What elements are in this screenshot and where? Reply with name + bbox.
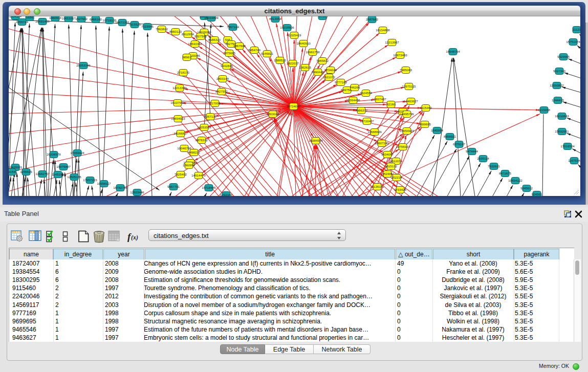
svg-text:7663822: 7663822: [156, 27, 168, 31]
svg-text:10973493: 10973493: [393, 53, 407, 57]
svg-text:2803024: 2803024: [267, 112, 279, 116]
svg-text:19654923: 19654923: [171, 117, 185, 120]
svg-text:10046798: 10046798: [177, 146, 191, 150]
svg-text:8958921: 8958921: [444, 135, 456, 138]
svg-text:2687682: 2687682: [366, 17, 379, 21]
svg-text:7357224: 7357224: [227, 25, 239, 29]
svg-text:1527602: 1527602: [75, 17, 88, 20]
svg-text:252214: 252214: [391, 176, 402, 179]
svg-text:11123: 11123: [573, 28, 580, 31]
svg-text:2867608: 2867608: [233, 44, 246, 48]
svg-text:1588520: 1588520: [274, 58, 287, 62]
svg-text:10654122: 10654122: [508, 179, 522, 182]
svg-text:1292344: 1292344: [220, 193, 233, 196]
svg-text:7955812: 7955812: [316, 59, 329, 62]
svg-text:10688609: 10688609: [367, 130, 382, 134]
svg-text:1884314: 1884314: [9, 16, 22, 18]
svg-text:8660123: 8660123: [169, 30, 182, 33]
svg-text:15692951: 15692951: [555, 129, 569, 133]
svg-text:7515525: 7515525: [128, 23, 141, 26]
svg-text:17359924: 17359924: [70, 151, 84, 155]
svg-text:3875685: 3875685: [223, 51, 236, 55]
svg-text:9634067: 9634067: [381, 152, 394, 156]
svg-text:8454749: 8454749: [248, 48, 261, 52]
svg-text:8427552: 8427552: [215, 90, 228, 93]
svg-text:12213389: 12213389: [172, 86, 187, 90]
svg-text:8990448: 8990448: [312, 70, 324, 74]
svg-text:16782759: 16782759: [113, 186, 127, 189]
svg-text:1822037: 1822037: [287, 61, 299, 65]
svg-text:1612074: 1612074: [390, 159, 403, 163]
svg-text:1244415: 1244415: [552, 98, 564, 102]
svg-text:16107553: 16107553: [170, 101, 185, 104]
svg-text:16154808: 16154808: [376, 28, 390, 32]
svg-text:1656: 1656: [26, 16, 33, 19]
svg-text:16033809: 16033809: [204, 16, 219, 19]
svg-text:17016504: 17016504: [560, 144, 575, 148]
svg-text:12505135: 12505135: [67, 175, 81, 179]
svg-text:16210643: 16210643: [555, 114, 569, 118]
svg-text:20364436: 20364436: [346, 98, 360, 102]
svg-text:8267130: 8267130: [204, 115, 217, 118]
svg-text:9115460: 9115460: [420, 106, 432, 110]
svg-text:8912954: 8912954: [182, 32, 194, 36]
svg-text:10719135: 10719135: [102, 18, 117, 22]
svg-text:9245612: 9245612: [520, 186, 533, 190]
svg-text:9657791: 9657791: [167, 185, 180, 188]
svg-text:16961758: 16961758: [306, 50, 320, 54]
svg-text:20053346: 20053346: [76, 63, 91, 67]
svg-text:8471675: 8471675: [499, 171, 512, 175]
svg-text:9327505: 9327505: [194, 34, 207, 38]
svg-text:4498222: 4498222: [188, 150, 201, 154]
svg-text:9734028: 9734028: [324, 68, 337, 72]
svg-text:18435001: 18435001: [9, 165, 23, 169]
svg-text:10653267: 10653267: [61, 16, 76, 20]
svg-text:9329965: 9329965: [557, 55, 570, 58]
svg-text:14914479: 14914479: [191, 173, 206, 177]
svg-text:1621072: 1621072: [323, 75, 336, 79]
svg-text:8878332: 8878332: [195, 138, 208, 142]
svg-text:14463627: 14463627: [404, 99, 418, 103]
svg-text:6466160: 6466160: [90, 17, 102, 21]
svg-text:18640910: 18640910: [296, 41, 311, 45]
svg-text:1615132: 1615132: [385, 164, 398, 168]
svg-text:15720407: 15720407: [360, 119, 374, 123]
svg-text:2718170: 2718170: [177, 71, 190, 74]
svg-text:8813054: 8813054: [269, 17, 282, 20]
svg-text:6379197: 6379197: [453, 142, 466, 146]
svg-text:1362615: 1362615: [299, 65, 312, 69]
svg-text:20691406: 20691406: [35, 19, 50, 23]
svg-text:9242845: 9242845: [221, 64, 233, 68]
svg-text:746266: 746266: [350, 85, 360, 89]
svg-text:1167534: 1167534: [568, 159, 580, 162]
svg-text:13654923: 13654923: [400, 129, 414, 133]
svg-text:1156829: 1156829: [20, 170, 32, 173]
svg-text:8712: 8712: [319, 16, 326, 18]
svg-text:16648764: 16648764: [446, 50, 460, 53]
svg-text:3215958: 3215958: [538, 108, 551, 112]
svg-text:12942757: 12942757: [35, 172, 50, 176]
svg-text:10807487: 10807487: [372, 97, 386, 101]
svg-text:62160: 62160: [386, 102, 396, 106]
svg-text:(x): (x): [131, 234, 138, 241]
svg-text:8186323: 8186323: [208, 38, 221, 41]
svg-text:20206578: 20206578: [47, 152, 61, 156]
svg-text:16671355: 16671355: [115, 20, 129, 24]
svg-text:9777169: 9777169: [335, 80, 347, 84]
svg-text:1733426: 1733426: [394, 188, 407, 191]
svg-text:7632621: 7632621: [488, 164, 500, 168]
svg-text:3624554: 3624554: [360, 91, 373, 95]
svg-text:14495796: 14495796: [400, 112, 414, 116]
svg-text:1640954: 1640954: [431, 128, 444, 132]
svg-text:15751074: 15751074: [566, 40, 580, 43]
svg-text:1560994: 1560994: [183, 163, 195, 167]
svg-text:12923446: 12923446: [130, 190, 144, 194]
svg-text:9146821: 9146821: [261, 52, 274, 55]
svg-text:14136141: 14136141: [370, 185, 384, 188]
svg-text:16543362: 16543362: [188, 42, 202, 46]
svg-text:2935114: 2935114: [477, 157, 489, 160]
svg-text:17957223: 17957223: [83, 178, 97, 182]
svg-text:11325419: 11325419: [287, 33, 301, 37]
svg-text:7515545: 7515545: [141, 25, 154, 28]
svg-text:924561: 924561: [532, 192, 542, 196]
